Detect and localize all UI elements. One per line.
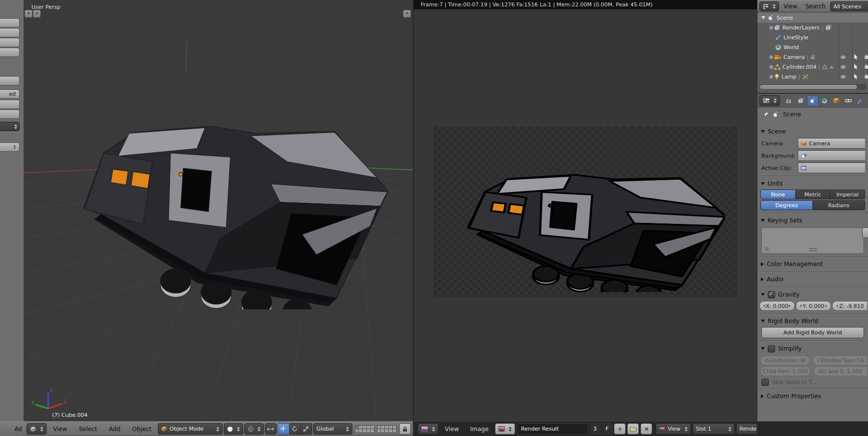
simplify-ao-sss-field[interactable]: AO and S: 1.000	[813, 366, 867, 376]
outliner-item-camera[interactable]: ⊕ Camera |	[757, 52, 868, 62]
keying-sets-add-button[interactable]	[862, 227, 868, 238]
rotate-manipulator-button[interactable]	[289, 423, 301, 435]
partial-button-ed[interactable]: ed	[0, 89, 20, 99]
expand-icon[interactable]: ⊕	[768, 64, 774, 70]
panel-header-color-management[interactable]: Color Management	[757, 259, 868, 269]
fake-user-button[interactable]: F	[602, 423, 612, 435]
partial-button[interactable]	[0, 38, 20, 47]
new-image-button[interactable]: +	[614, 423, 626, 435]
editor-type-button[interactable]	[27, 423, 47, 435]
expand-icon[interactable]: ⊕	[768, 74, 774, 80]
lock-to-scene-button[interactable]	[399, 423, 411, 435]
partial-dropdown[interactable]	[0, 122, 20, 131]
expand-icon[interactable]: ⊕	[768, 54, 774, 60]
tab-object-data[interactable]	[866, 95, 868, 106]
menu-search[interactable]: Search	[802, 3, 829, 10]
image-editor[interactable]: Frame:7 | Time:00:07.19 | Ve:1276 Fa:151…	[413, 0, 757, 421]
menu-object[interactable]: Object	[127, 426, 157, 433]
layer-cell-active[interactable]	[355, 425, 359, 429]
expand-properties-plus-icon[interactable]: +	[403, 10, 411, 18]
background-set-field[interactable]	[798, 150, 865, 161]
partial-button[interactable]	[0, 109, 20, 119]
gravity-y-field[interactable]: Y: 0.000	[796, 301, 831, 311]
camera-datablock-field[interactable]: Camera	[798, 138, 865, 149]
editor-type-button[interactable]	[759, 1, 779, 11]
tab-object[interactable]	[831, 95, 842, 106]
shading-dropdown[interactable]	[224, 423, 243, 435]
outliner-item-renderlayers[interactable]: ⊕ RenderLayers |	[757, 23, 868, 32]
vehicle-model[interactable]	[51, 56, 390, 309]
layers-widget[interactable]	[355, 425, 397, 433]
image-name-field[interactable]: Render Result	[517, 423, 588, 435]
image-datablock-browse[interactable]	[495, 423, 515, 435]
panel-header-units[interactable]: Units	[757, 179, 868, 189]
partial-button[interactable]	[0, 48, 20, 57]
selectable-toggle[interactable]	[850, 52, 862, 62]
lamp-data-icon[interactable]	[802, 74, 809, 80]
partial-menu-label[interactable]: Ad	[13, 426, 24, 433]
units-degrees-button[interactable]: Degrees	[760, 200, 813, 210]
pivot-dropdown[interactable]	[244, 423, 264, 435]
mode-dropdown[interactable]: Object Mode	[158, 423, 223, 435]
outliner-item-cylinder[interactable]: ⊕ Cylinder.004 |	[757, 62, 868, 72]
hide-toggle[interactable]	[837, 62, 849, 72]
disclosure-triangle[interactable]	[761, 16, 765, 19]
render-toggle[interactable]	[862, 72, 868, 82]
outliner-item-lamp[interactable]: ⊕ Lamp |	[757, 72, 868, 82]
orientation-dropdown[interactable]: Global	[313, 423, 352, 435]
simplify-child-particles-field[interactable]: Child Part: 1.000	[760, 366, 810, 376]
editor-type-button[interactable]	[418, 423, 438, 435]
partial-button[interactable]	[0, 100, 20, 109]
tab-constraints[interactable]	[842, 95, 854, 106]
editor-type-button[interactable]	[759, 95, 780, 106]
manipulator-toggle-button[interactable]	[265, 423, 277, 435]
panel-header-keying-sets[interactable]: Keying Sets	[757, 216, 868, 225]
expand-icon[interactable]: ⊕	[768, 25, 774, 30]
partial-button[interactable]	[0, 28, 20, 37]
tab-modifiers[interactable]	[854, 95, 866, 106]
active-clip-field[interactable]	[798, 163, 865, 173]
skip-quad-checkbox[interactable]	[761, 379, 769, 386]
camera-data-icon[interactable]	[810, 54, 817, 60]
scrollbar-thumb[interactable]	[759, 84, 858, 90]
expand-region-plus-icon[interactable]: +	[25, 10, 32, 18]
renderlayer-data-icon[interactable]	[825, 25, 832, 30]
outliner-scrollbar[interactable]	[759, 84, 866, 90]
gravity-x-field[interactable]: X: 0.000	[759, 301, 795, 311]
gravity-checkbox[interactable]	[768, 291, 775, 299]
panel-header-simplify[interactable]: Simplify	[757, 344, 868, 354]
tab-render-layers[interactable]	[795, 95, 807, 106]
partial-button-t[interactable]: t	[0, 142, 20, 152]
hide-toggle[interactable]	[837, 72, 849, 82]
panel-header-custom-properties[interactable]: Custom Properties	[757, 391, 868, 401]
units-radians-button[interactable]: Radians	[813, 200, 865, 210]
image-users-button[interactable]: 3	[590, 423, 601, 435]
panel-header-gravity[interactable]: Gravity	[757, 290, 868, 300]
render-toggle[interactable]	[862, 62, 868, 72]
open-image-button[interactable]	[627, 423, 639, 435]
display-mode-dropdown[interactable]: View	[656, 423, 691, 435]
tab-scene[interactable]	[807, 95, 818, 106]
mesh-data-icon[interactable]	[822, 64, 828, 69]
display-filter-dropdown[interactable]: All Scenes	[830, 1, 868, 11]
outliner-item-scene[interactable]: Scene	[757, 13, 868, 23]
viewport-3d[interactable]: User Persp + + + z x y (7) Cube.004	[24, 0, 413, 421]
add-keying-set-icon[interactable]: ⊕	[764, 245, 769, 252]
pin-icon[interactable]	[762, 111, 769, 118]
partial-button[interactable]	[0, 18, 20, 27]
translate-manipulator-button[interactable]	[278, 423, 289, 435]
tab-render[interactable]	[783, 95, 795, 106]
tab-world[interactable]	[819, 95, 830, 106]
keying-sets-list[interactable]: ⊕	[761, 227, 864, 254]
gravity-z-field[interactable]: Z: -9.810	[832, 301, 867, 311]
simplify-checkbox[interactable]	[768, 345, 775, 353]
selectable-toggle[interactable]	[850, 62, 862, 72]
unlink-image-button[interactable]: ✕	[640, 423, 652, 435]
outliner-item-linestyle[interactable]: LineStyle	[757, 32, 868, 42]
menu-select[interactable]: Select	[73, 426, 102, 433]
slot-dropdown[interactable]: Slot 1	[693, 423, 735, 435]
partial-button[interactable]	[0, 76, 20, 85]
simplify-shadow-samples-field[interactable]: Shadow Sam:16	[813, 355, 867, 365]
panel-header-audio[interactable]: Audio	[757, 274, 868, 284]
render-toggle[interactable]	[862, 52, 868, 62]
